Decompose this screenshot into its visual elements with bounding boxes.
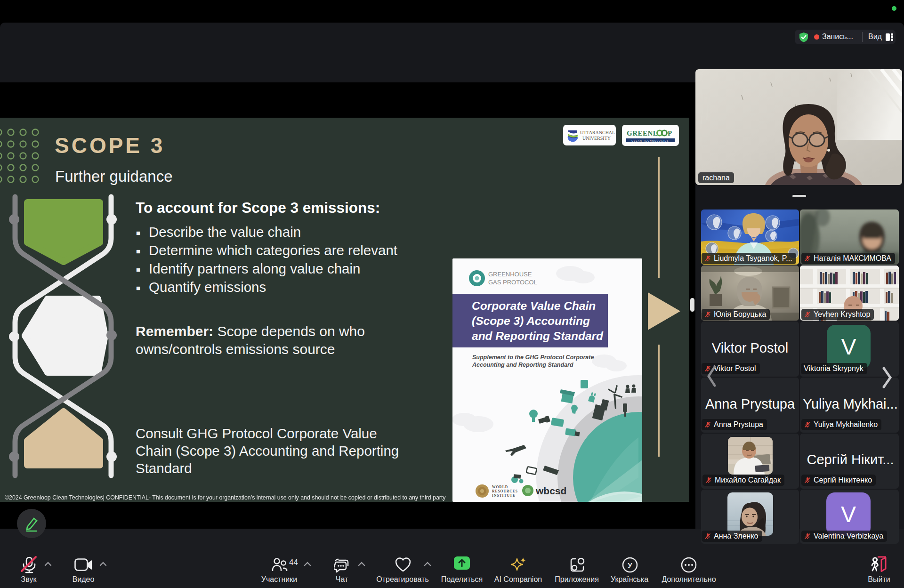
svg-text:GREENHOUSE: GREENHOUSE xyxy=(488,271,532,278)
svg-text:wbcsd: wbcsd xyxy=(535,485,566,496)
svg-text:INSTITUTE: INSTITUTE xyxy=(492,493,516,498)
svg-text:WORLD: WORLD xyxy=(492,485,508,489)
svg-text:GAS PROTOCOL: GAS PROTOCOL xyxy=(488,279,537,286)
svg-text:У: У xyxy=(628,561,632,569)
svg-text:(Scope 3) Accounting: (Scope 3) Accounting xyxy=(472,314,590,327)
svg-text:Accounting and Reporting Stand: Accounting and Reporting Standard xyxy=(472,362,573,368)
svg-text:GREENL: GREENL xyxy=(627,129,658,137)
svg-text:CLEAN TECHNOLOGIES: CLEAN TECHNOLOGIES xyxy=(631,139,669,142)
svg-text:and Reporting Standard: and Reporting Standard xyxy=(472,330,604,342)
svg-text:Corporate Value Chain: Corporate Value Chain xyxy=(472,299,596,312)
svg-text:P: P xyxy=(668,129,672,137)
svg-text:Supplement to the GHG Protocol: Supplement to the GHG Protocol Corporate xyxy=(472,354,594,361)
svg-text:RESOURCES: RESOURCES xyxy=(492,489,518,493)
svg-text:UTTARANCHAL: UTTARANCHAL xyxy=(580,130,615,135)
svg-text:UNIVERSITY: UNIVERSITY xyxy=(582,136,611,141)
